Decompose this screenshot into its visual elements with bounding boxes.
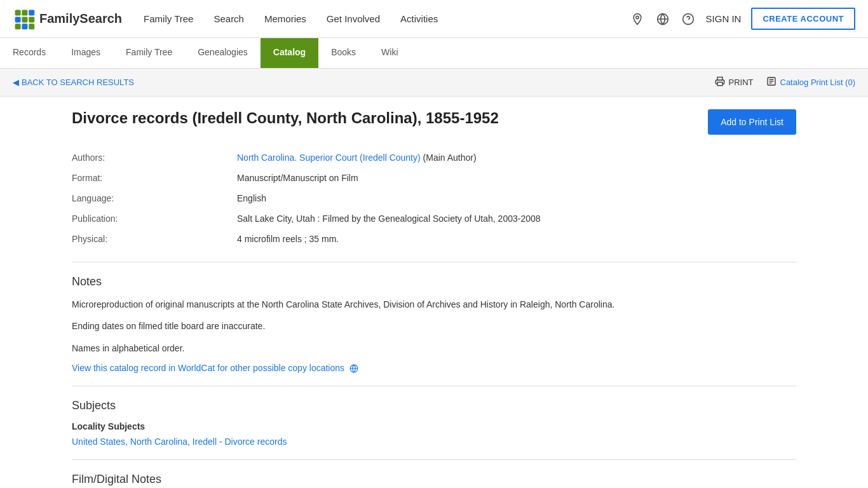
- nav-family-tree[interactable]: Family Tree: [141, 13, 196, 24]
- back-label: BACK TO SEARCH RESULTS: [22, 78, 134, 87]
- printer-icon: [715, 76, 725, 88]
- language-value: English: [237, 188, 796, 208]
- metadata-row-authors: Authors: North Carolina. Superior Court …: [72, 147, 796, 168]
- author-link[interactable]: North Carolina. Superior Court (Iredell …: [237, 152, 421, 163]
- help-icon[interactable]: [681, 11, 696, 27]
- worldcat-paragraph: View this catalog record in WorldCat for…: [72, 363, 796, 373]
- logo-text: FamilySearch: [39, 11, 122, 26]
- publication-value: Salt Lake City, Utah : Filmed by the Gen…: [237, 208, 796, 229]
- logo-icon: [13, 8, 36, 30]
- back-chevron-icon: ◀: [13, 78, 19, 87]
- divider-1: [72, 262, 796, 262]
- worldcat-link[interactable]: View this catalog record in WorldCat for…: [72, 363, 344, 373]
- svg-rect-5: [29, 17, 34, 22]
- sub-nav-family-tree[interactable]: Family Tree: [113, 38, 185, 68]
- svg-rect-3: [15, 17, 21, 22]
- notes-section: Notes Microreproduction of original manu…: [72, 275, 796, 373]
- notes-paragraph-2: Ending dates on filmed title board are i…: [72, 319, 796, 333]
- subject-link[interactable]: United States, North Carolina, Iredell -…: [72, 437, 287, 447]
- sub-nav-images[interactable]: Images: [58, 38, 113, 68]
- svg-rect-12: [717, 82, 722, 85]
- metadata-row-language: Language: English: [72, 188, 796, 208]
- nav-activities[interactable]: Activities: [398, 13, 440, 24]
- sub-nav-books[interactable]: Books: [318, 38, 369, 68]
- sub-nav-catalog[interactable]: Catalog: [261, 38, 318, 68]
- svg-rect-6: [15, 24, 21, 29]
- metadata-row-publication: Publication: Salt Lake City, Utah : Film…: [72, 208, 796, 229]
- notes-title: Notes: [72, 275, 796, 288]
- film-notes-section: Film/Digital Notes: [72, 473, 796, 486]
- sub-nav-wiki[interactable]: Wiki: [369, 38, 410, 68]
- metadata-row-format: Format: Manuscript/Manuscript on Film: [72, 168, 796, 188]
- metadata-table: Authors: North Carolina. Superior Court …: [72, 147, 796, 249]
- format-value: Manuscript/Manuscript on Film: [237, 168, 796, 188]
- breadcrumb-bar: ◀ BACK TO SEARCH RESULTS PRINT Catalog P…: [0, 69, 868, 97]
- svg-rect-7: [22, 24, 27, 29]
- svg-rect-0: [15, 10, 21, 15]
- record-header: Divorce records (Iredell County, North C…: [72, 109, 796, 135]
- divider-3: [72, 459, 796, 460]
- nav-get-involved[interactable]: Get Involved: [324, 13, 383, 24]
- back-to-search-link[interactable]: ◀ BACK TO SEARCH RESULTS: [13, 78, 134, 87]
- notes-paragraph-1: Microreproduction of original manuscript…: [72, 297, 796, 311]
- breadcrumb-actions: PRINT Catalog Print List (0): [715, 76, 856, 88]
- subjects-subtitle: Locality Subjects: [72, 421, 796, 431]
- print-action[interactable]: PRINT: [715, 76, 754, 88]
- logo-link[interactable]: FamilySearch: [13, 8, 122, 30]
- authors-value: North Carolina. Superior Court (Iredell …: [237, 147, 796, 168]
- sub-nav-records[interactable]: Records: [0, 38, 58, 68]
- svg-rect-2: [29, 10, 34, 15]
- film-notes-title: Film/Digital Notes: [72, 473, 796, 486]
- sign-in-link[interactable]: SIGN IN: [706, 13, 742, 24]
- catalog-print-list-action[interactable]: Catalog Print List (0): [766, 76, 856, 88]
- subjects-title: Subjects: [72, 399, 796, 412]
- create-account-button[interactable]: CREATE ACCOUNT: [751, 8, 855, 30]
- author-role: (Main Author): [423, 152, 477, 163]
- format-label: Format:: [72, 168, 237, 188]
- add-to-print-button[interactable]: Add to Print List: [708, 109, 796, 135]
- main-navigation: Family Tree Search Memories Get Involved…: [141, 13, 629, 24]
- sub-nav-genealogies[interactable]: Genealogies: [185, 38, 261, 68]
- catalog-print-list-label: Catalog Print List (0): [780, 78, 856, 87]
- authors-label: Authors:: [72, 147, 237, 168]
- globe-icon[interactable]: [655, 11, 670, 27]
- language-label: Language:: [72, 188, 237, 208]
- svg-rect-8: [29, 24, 34, 29]
- metadata-row-physical: Physical: 4 microfilm reels ; 35 mm.: [72, 229, 796, 249]
- physical-label: Physical:: [72, 229, 237, 249]
- location-icon[interactable]: [630, 11, 645, 27]
- sub-navigation: Records Images Family Tree Genealogies C…: [0, 38, 868, 69]
- nav-search[interactable]: Search: [211, 13, 247, 24]
- divider-2: [72, 386, 796, 386]
- svg-rect-1: [22, 10, 27, 15]
- publication-label: Publication:: [72, 208, 237, 229]
- worldcat-globe-icon: [349, 363, 358, 373]
- print-label: PRINT: [729, 78, 754, 87]
- record-title: Divorce records (Iredell County, North C…: [72, 109, 499, 127]
- main-content: Divorce records (Iredell County, North C…: [59, 97, 809, 488]
- list-icon: [766, 76, 776, 88]
- subjects-section: Subjects Locality Subjects United States…: [72, 399, 796, 447]
- notes-paragraph-3: Names in alphabetical order.: [72, 341, 796, 355]
- physical-value: 4 microfilm reels ; 35 mm.: [237, 229, 796, 249]
- svg-rect-4: [22, 17, 27, 22]
- header-actions: SIGN IN CREATE ACCOUNT: [630, 8, 855, 30]
- site-header: FamilySearch Family Tree Search Memories…: [0, 0, 868, 38]
- nav-memories[interactable]: Memories: [262, 13, 309, 24]
